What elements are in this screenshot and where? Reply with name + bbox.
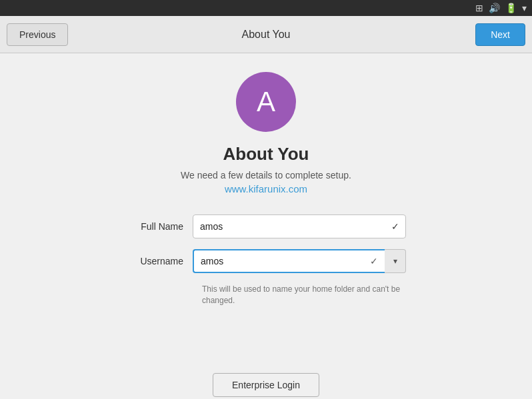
- fullname-row: Full Name ✓: [126, 214, 406, 238]
- next-button[interactable]: Next: [475, 23, 525, 46]
- volume-icon: 🔊: [489, 3, 500, 13]
- previous-button[interactable]: Previous: [7, 23, 68, 46]
- username-input[interactable]: [193, 249, 385, 273]
- chevron-down-icon: ▾: [522, 3, 527, 13]
- main-content: A About You We need a few details to com…: [0, 53, 532, 397]
- fullname-input-wrapper: ✓: [193, 214, 406, 238]
- enterprise-login-button[interactable]: Enterprise Login: [213, 373, 319, 397]
- network-icon: ⊞: [475, 3, 483, 13]
- username-row: Username ✓ ▾: [126, 249, 406, 273]
- watermark-text: www.kifarunix.com: [225, 183, 307, 195]
- page-subtitle: We need a few details to complete setup.: [181, 170, 351, 181]
- battery-icon: 🔋: [505, 3, 517, 13]
- username-hint: This will be used to name your home fold…: [126, 284, 406, 306]
- page-title: About You: [223, 144, 309, 165]
- username-input-container: ✓: [193, 249, 385, 273]
- username-label: Username: [126, 256, 193, 266]
- fullname-label: Full Name: [126, 221, 193, 232]
- system-bar: ⊞ 🔊 🔋 ▾: [0, 0, 532, 16]
- form-area: Full Name ✓ Username ✓ ▾ This will be us…: [126, 214, 406, 306]
- header: Previous About You Next: [0, 16, 532, 53]
- username-dropdown-button[interactable]: ▾: [385, 249, 406, 273]
- header-title: About You: [242, 29, 291, 41]
- username-input-wrapper: ✓ ▾: [193, 249, 406, 273]
- fullname-check-icon: ✓: [391, 221, 399, 232]
- username-check-icon: ✓: [370, 256, 378, 266]
- avatar-letter: A: [257, 86, 275, 118]
- fullname-input[interactable]: [193, 214, 406, 238]
- avatar: A: [236, 72, 296, 132]
